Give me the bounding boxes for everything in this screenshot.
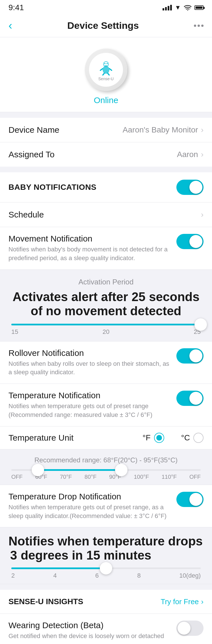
- more-dot: [201, 25, 204, 27]
- more-dot: [198, 25, 200, 27]
- movement-notification-toggle[interactable]: [176, 234, 204, 249]
- device-info-section: Device Name Aaron's Baby Monitor › Assig…: [0, 118, 212, 167]
- temperature-range-box: Recommended range: 68°F(20°C) - 95°F(35°…: [0, 449, 212, 485]
- insights-header-row: SENSE-U INSIGHTS Try for Free ›: [0, 590, 212, 614]
- celsius-radio[interactable]: [193, 433, 204, 443]
- movement-notification-text: Movement Notification Notifies when baby…: [8, 234, 171, 263]
- temperature-unit-row: Temperature Unit °F °C: [0, 427, 212, 449]
- rollover-notification-row: Rollover Notification Notifies when baby…: [0, 341, 212, 384]
- baby-notifications-title: BABY NOTIFICATIONS: [8, 183, 96, 192]
- celsius-option[interactable]: °C: [181, 433, 204, 443]
- svg-line-7: [108, 73, 109, 75]
- wearing-detection-row: Wearing Detection (Beta) Get notified wh…: [0, 614, 212, 644]
- movement-notification-row: Movement Notification Notifies when baby…: [0, 227, 212, 270]
- fahrenheit-option[interactable]: °F: [142, 433, 164, 443]
- fahrenheit-radio[interactable]: [154, 433, 164, 443]
- device-status: Online: [94, 95, 118, 105]
- svg-point-8: [104, 63, 105, 64]
- rollover-notification-text: Rollover Notification Notifies when baby…: [8, 348, 171, 377]
- svg-point-3: [103, 66, 109, 74]
- temperature-drop-slider[interactable]: 2 4 6 8 10(deg): [8, 567, 204, 579]
- signal-icon: [163, 5, 172, 10]
- svg-line-4: [100, 69, 103, 70]
- svg-line-6: [103, 73, 104, 75]
- sense-u-insights-section: SENSE-U INSIGHTS Try for Free › Wearing …: [0, 590, 212, 644]
- wearing-detection-toggle[interactable]: [176, 621, 204, 636]
- schedule-row[interactable]: Schedule ›: [0, 203, 212, 227]
- movement-notification-desc: Notifies when baby's body movement is no…: [8, 245, 171, 263]
- baby-notifications-section: BABY NOTIFICATIONS Schedule › Movement N…: [0, 172, 212, 584]
- chevron-icon: ›: [201, 150, 204, 159]
- more-button[interactable]: [194, 25, 204, 27]
- device-name-value: Aaron's Baby Monitor ›: [123, 125, 204, 134]
- temperature-drop-notification-text: Temperature Drop Notification Notifies w…: [8, 492, 171, 521]
- temperature-unit-label: Temperature Unit: [8, 433, 73, 443]
- svg-point-9: [107, 63, 108, 64]
- temperature-drop-notification-title: Temperature Drop Notification: [8, 492, 171, 501]
- wearing-detection-title: Wearing Detection (Beta): [8, 621, 171, 630]
- battery-icon: [194, 5, 204, 10]
- page-title: Device Settings: [67, 20, 139, 31]
- temperature-notification-row: Temperature Notification Notifies when t…: [0, 384, 212, 427]
- temperature-drop-notification-desc: Notifies when temperature gets out of pr…: [8, 503, 171, 521]
- baby-monitor-icon: [98, 58, 114, 75]
- more-dot: [194, 25, 196, 27]
- temperature-notification-title: Temperature Notification: [8, 391, 171, 400]
- temperature-notification-text: Temperature Notification Notifies when t…: [8, 391, 171, 419]
- fahrenheit-label: °F: [142, 433, 150, 442]
- assigned-to-row[interactable]: Assigned To Aaron ›: [0, 142, 212, 167]
- wifi-icon: ▼︎: [175, 4, 181, 11]
- chevron-icon: ›: [201, 210, 204, 219]
- assigned-to-label: Assigned To: [8, 150, 55, 159]
- rollover-notification-title: Rollover Notification: [8, 348, 171, 358]
- temperature-notification-toggle[interactable]: [176, 391, 204, 406]
- device-avatar: Sense-U: [85, 49, 127, 91]
- temperature-drop-notification-toggle[interactable]: [176, 492, 204, 507]
- temperature-drop-box: Notifies when temperature drops 3 degree…: [0, 527, 212, 584]
- chevron-icon: ›: [201, 125, 204, 134]
- activation-period-box: Activation Period Activates alert after …: [0, 270, 212, 341]
- device-header: Sense-U Online: [0, 37, 212, 112]
- wearing-detection-text: Wearing Detection (Beta) Get notified wh…: [8, 621, 171, 641]
- rollover-notification-desc: Notifies when baby rolls over to sleep o…: [8, 360, 171, 377]
- baby-notifications-toggle[interactable]: [176, 180, 204, 195]
- rollover-notification-toggle[interactable]: [176, 348, 204, 364]
- svg-line-5: [109, 69, 112, 70]
- temperature-notification-desc: Notifies when temperature gets out of pr…: [8, 402, 171, 419]
- activation-slider-labels: 15 20 25: [11, 328, 201, 336]
- device-name-label: Device Name: [8, 125, 59, 135]
- temperature-unit-radio-group: °F °C: [142, 433, 204, 443]
- celsius-label: °C: [181, 433, 190, 442]
- temperature-range-slider[interactable]: OFF 60°F 70°F 80°F 90°F 100°F 110°F OFF: [8, 469, 204, 480]
- assigned-to-value: Aaron ›: [177, 150, 204, 159]
- movement-notification-title: Movement Notification: [8, 234, 171, 243]
- temperature-drop-desc: Notifies when temperature drops 3 degree…: [8, 534, 204, 562]
- temperature-drop-notification-row: Temperature Drop Notification Notifies w…: [0, 485, 212, 528]
- status-bar: 9:41 ▼︎: [0, 0, 212, 14]
- back-button[interactable]: ‹: [8, 19, 12, 32]
- nav-bar: ‹ Device Settings: [0, 14, 212, 37]
- activation-period-title: Activation Period: [8, 278, 204, 286]
- device-name-row[interactable]: Device Name Aaron's Baby Monitor ›: [0, 118, 212, 142]
- wifi-icon: [184, 5, 192, 10]
- status-icons: ▼︎: [163, 4, 204, 11]
- activation-slider[interactable]: 15 20 25: [8, 324, 204, 336]
- wearing-detection-desc: Get notified when the device is loosely …: [8, 632, 171, 641]
- insights-title: SENSE-U INSIGHTS: [8, 597, 83, 606]
- try-for-free-button[interactable]: Try for Free ›: [161, 597, 204, 606]
- baby-notifications-header: BABY NOTIFICATIONS: [0, 172, 212, 203]
- schedule-label: Schedule: [8, 210, 44, 219]
- chevron-icon: ›: [201, 597, 204, 606]
- svg-point-0: [187, 10, 188, 10]
- activation-period-desc: Activates alert after 25 seconds of no m…: [8, 290, 204, 318]
- device-label: Sense-U: [98, 77, 114, 81]
- status-time: 9:41: [8, 3, 24, 12]
- temperature-range-desc: Recommended range: 68°F(20°C) - 95°F(35°…: [8, 456, 204, 464]
